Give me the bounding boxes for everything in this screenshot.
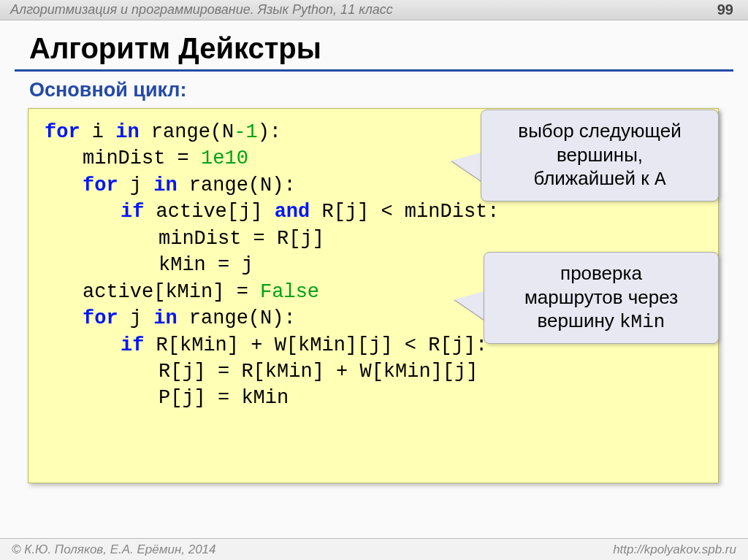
- header-bar: Алгоритмизация и программирование. Язык …: [0, 0, 748, 20]
- callout-text: маршрутов через: [497, 285, 705, 310]
- code-line: minDist = R[j]: [45, 226, 702, 252]
- callout-next-vertex: выбор следующей вершины, ближайшей к A: [481, 110, 719, 202]
- callout-tail: [454, 291, 486, 321]
- callout-tail: [451, 152, 484, 183]
- code-line: R[j] = R[kMin] + W[kMin][j]: [45, 358, 702, 385]
- code-line: if active[j] and R[j] < minDist:: [45, 199, 702, 225]
- footer-url: http://kpolyakov.spb.ru: [613, 542, 736, 557]
- callout-text: вершины,: [495, 143, 705, 167]
- title-rule: [15, 69, 733, 72]
- callout-route-check: проверка маршрутов через вершину kMin: [484, 252, 719, 344]
- callout-text: вершину kMin: [497, 309, 705, 334]
- page-number: 99: [717, 1, 733, 18]
- code-line: P[j] = kMin: [45, 385, 702, 411]
- slide-title: Алгоритм Дейкстры: [0, 20, 748, 69]
- callout-text: ближайшей к A: [495, 166, 705, 192]
- slide-subtitle: Основной цикл:: [0, 77, 748, 107]
- callout-text: проверка: [497, 261, 705, 285]
- course-title: Алгоритмизация и программирование. Язык …: [10, 2, 393, 18]
- copyright: © К.Ю. Поляков, Е.А. Ерёмин, 2014: [12, 542, 216, 557]
- callout-text: выбор следующей: [495, 119, 705, 143]
- footer: © К.Ю. Поляков, Е.А. Ерёмин, 2014 http:/…: [0, 538, 748, 560]
